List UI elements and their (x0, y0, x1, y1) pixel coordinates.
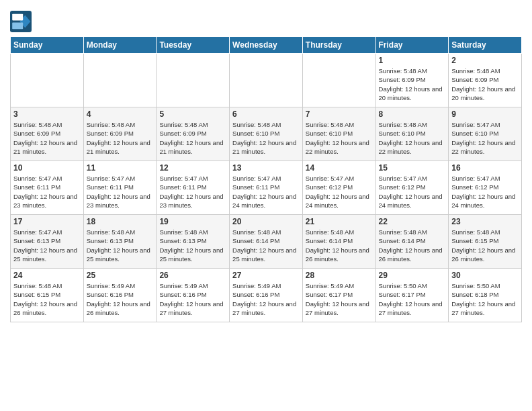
calendar-cell: 1Sunrise: 5:48 AM Sunset: 6:09 PM Daylig… (375, 54, 449, 107)
day-number: 30 (451, 271, 519, 280)
day-number: 25 (87, 271, 154, 280)
calendar-cell (157, 54, 230, 107)
day-number: 4 (87, 109, 154, 119)
day-number: 2 (451, 56, 519, 65)
calendar-cell (302, 54, 375, 107)
day-number: 18 (87, 217, 154, 226)
calendar-cell: 14Sunrise: 5:47 AM Sunset: 6:12 PM Dayli… (302, 161, 375, 215)
day-number: 17 (13, 217, 81, 226)
day-info: Sunrise: 5:50 AM Sunset: 6:18 PM Dayligh… (451, 281, 519, 317)
calendar-cell: 4Sunrise: 5:48 AM Sunset: 6:09 PM Daylig… (83, 107, 157, 161)
calendar-cell: 13Sunrise: 5:47 AM Sunset: 6:11 PM Dayli… (230, 161, 303, 215)
day-info: Sunrise: 5:48 AM Sunset: 6:15 PM Dayligh… (13, 281, 81, 317)
day-info: Sunrise: 5:48 AM Sunset: 6:14 PM Dayligh… (306, 228, 373, 263)
calendar-cell: 27Sunrise: 5:49 AM Sunset: 6:16 PM Dayli… (230, 269, 303, 322)
calendar-week-row: 17Sunrise: 5:47 AM Sunset: 6:13 PM Dayli… (11, 215, 522, 269)
day-number: 20 (232, 217, 300, 226)
calendar-cell: 8Sunrise: 5:48 AM Sunset: 6:10 PM Daylig… (375, 107, 449, 161)
day-info: Sunrise: 5:49 AM Sunset: 6:16 PM Dayligh… (232, 281, 300, 317)
weekday-header: Sunday (11, 37, 84, 54)
calendar-cell: 28Sunrise: 5:49 AM Sunset: 6:17 PM Dayli… (302, 269, 375, 322)
day-info: Sunrise: 5:49 AM Sunset: 6:16 PM Dayligh… (87, 281, 154, 317)
day-number: 7 (306, 109, 373, 119)
day-info: Sunrise: 5:47 AM Sunset: 6:11 PM Dayligh… (87, 174, 154, 210)
day-number: 19 (159, 217, 226, 226)
day-number: 1 (379, 56, 446, 65)
day-info: Sunrise: 5:48 AM Sunset: 6:10 PM Dayligh… (306, 120, 373, 156)
calendar-week-row: 1Sunrise: 5:48 AM Sunset: 6:09 PM Daylig… (11, 54, 522, 107)
day-number: 6 (232, 109, 300, 119)
day-number: 27 (232, 271, 300, 280)
calendar-cell: 19Sunrise: 5:48 AM Sunset: 6:13 PM Dayli… (157, 215, 230, 269)
weekday-header: Monday (83, 37, 157, 54)
calendar-cell: 20Sunrise: 5:48 AM Sunset: 6:14 PM Dayli… (230, 215, 303, 269)
calendar-header: SundayMondayTuesdayWednesdayThursdayFrid… (11, 37, 522, 54)
calendar-cell: 26Sunrise: 5:49 AM Sunset: 6:16 PM Dayli… (157, 269, 230, 322)
day-number: 15 (379, 163, 446, 173)
day-info: Sunrise: 5:50 AM Sunset: 6:17 PM Dayligh… (379, 281, 446, 317)
calendar-cell: 30Sunrise: 5:50 AM Sunset: 6:18 PM Dayli… (449, 269, 522, 322)
logo (10, 11, 34, 32)
weekday-header: Thursday (302, 37, 375, 54)
weekday-row: SundayMondayTuesdayWednesdayThursdayFrid… (11, 37, 522, 54)
day-number: 9 (451, 109, 519, 119)
day-number: 16 (451, 163, 519, 173)
calendar-cell: 18Sunrise: 5:48 AM Sunset: 6:13 PM Dayli… (83, 215, 157, 269)
weekday-header: Tuesday (157, 37, 230, 54)
calendar-cell: 12Sunrise: 5:47 AM Sunset: 6:11 PM Dayli… (157, 161, 230, 215)
day-info: Sunrise: 5:47 AM Sunset: 6:11 PM Dayligh… (232, 174, 300, 210)
day-info: Sunrise: 5:49 AM Sunset: 6:16 PM Dayligh… (159, 281, 226, 317)
day-info: Sunrise: 5:48 AM Sunset: 6:14 PM Dayligh… (232, 228, 300, 263)
calendar-cell: 22Sunrise: 5:48 AM Sunset: 6:14 PM Dayli… (375, 215, 449, 269)
day-number: 23 (451, 217, 519, 226)
day-info: Sunrise: 5:47 AM Sunset: 6:12 PM Dayligh… (379, 174, 446, 210)
day-number: 10 (13, 163, 81, 173)
calendar-week-row: 24Sunrise: 5:48 AM Sunset: 6:15 PM Dayli… (11, 269, 522, 322)
logo-icon (10, 11, 32, 32)
day-number: 13 (232, 163, 300, 173)
calendar: SundayMondayTuesdayWednesdayThursdayFrid… (10, 36, 522, 322)
day-number: 21 (306, 217, 373, 226)
day-info: Sunrise: 5:47 AM Sunset: 6:13 PM Dayligh… (13, 228, 81, 263)
day-info: Sunrise: 5:47 AM Sunset: 6:10 PM Dayligh… (451, 120, 519, 156)
day-info: Sunrise: 5:48 AM Sunset: 6:10 PM Dayligh… (379, 120, 446, 156)
day-number: 8 (379, 109, 446, 119)
calendar-week-row: 3Sunrise: 5:48 AM Sunset: 6:09 PM Daylig… (11, 107, 522, 161)
day-number: 3 (13, 109, 81, 119)
day-number: 5 (159, 109, 226, 119)
calendar-cell: 29Sunrise: 5:50 AM Sunset: 6:17 PM Dayli… (375, 269, 449, 322)
day-number: 12 (159, 163, 226, 173)
calendar-body: 1Sunrise: 5:48 AM Sunset: 6:09 PM Daylig… (11, 54, 522, 322)
day-info: Sunrise: 5:48 AM Sunset: 6:09 PM Dayligh… (379, 66, 446, 102)
day-info: Sunrise: 5:48 AM Sunset: 6:14 PM Dayligh… (379, 228, 446, 263)
weekday-header: Wednesday (230, 37, 303, 54)
calendar-cell: 7Sunrise: 5:48 AM Sunset: 6:10 PM Daylig… (302, 107, 375, 161)
calendar-cell: 24Sunrise: 5:48 AM Sunset: 6:15 PM Dayli… (11, 269, 84, 322)
calendar-cell: 5Sunrise: 5:48 AM Sunset: 6:09 PM Daylig… (157, 107, 230, 161)
weekday-header: Friday (375, 37, 449, 54)
day-number: 26 (159, 271, 226, 280)
calendar-cell: 3Sunrise: 5:48 AM Sunset: 6:09 PM Daylig… (11, 107, 84, 161)
day-info: Sunrise: 5:48 AM Sunset: 6:13 PM Dayligh… (159, 228, 226, 263)
day-info: Sunrise: 5:48 AM Sunset: 6:09 PM Dayligh… (87, 120, 154, 156)
calendar-cell: 17Sunrise: 5:47 AM Sunset: 6:13 PM Dayli… (11, 215, 84, 269)
calendar-cell: 10Sunrise: 5:47 AM Sunset: 6:11 PM Dayli… (11, 161, 84, 215)
calendar-cell: 9Sunrise: 5:47 AM Sunset: 6:10 PM Daylig… (449, 107, 522, 161)
day-number: 29 (379, 271, 446, 280)
day-number: 28 (306, 271, 373, 280)
calendar-cell: 23Sunrise: 5:48 AM Sunset: 6:15 PM Dayli… (449, 215, 522, 269)
weekday-header: Saturday (449, 37, 522, 54)
calendar-cell: 15Sunrise: 5:47 AM Sunset: 6:12 PM Dayli… (375, 161, 449, 215)
day-info: Sunrise: 5:47 AM Sunset: 6:11 PM Dayligh… (13, 174, 81, 210)
svg-rect-2 (12, 14, 23, 21)
calendar-week-row: 10Sunrise: 5:47 AM Sunset: 6:11 PM Dayli… (11, 161, 522, 215)
day-info: Sunrise: 5:47 AM Sunset: 6:11 PM Dayligh… (159, 174, 226, 210)
day-info: Sunrise: 5:48 AM Sunset: 6:15 PM Dayligh… (451, 228, 519, 263)
day-info: Sunrise: 5:48 AM Sunset: 6:13 PM Dayligh… (87, 228, 154, 263)
calendar-cell: 6Sunrise: 5:48 AM Sunset: 6:10 PM Daylig… (230, 107, 303, 161)
calendar-cell: 2Sunrise: 5:48 AM Sunset: 6:09 PM Daylig… (449, 54, 522, 107)
calendar-cell (11, 54, 84, 107)
calendar-cell (230, 54, 303, 107)
day-info: Sunrise: 5:48 AM Sunset: 6:10 PM Dayligh… (232, 120, 300, 156)
day-info: Sunrise: 5:49 AM Sunset: 6:17 PM Dayligh… (306, 281, 373, 317)
